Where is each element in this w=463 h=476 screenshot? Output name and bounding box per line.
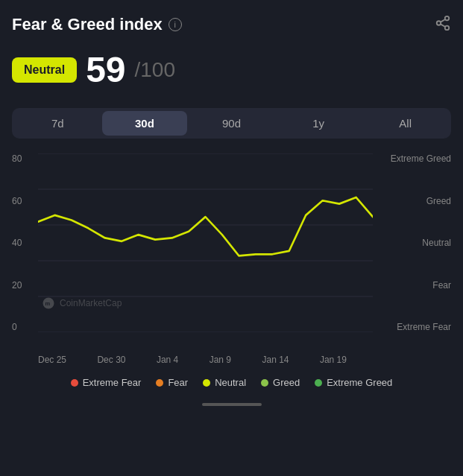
watermark-text: CoinMarketCap	[60, 298, 122, 308]
chart-legend: Extreme Fear Fear Neutral Greed Extreme …	[12, 377, 451, 388]
x-label-jan19: Jan 19	[320, 355, 347, 365]
y-axis-left: 80 60 40 20 0	[12, 153, 34, 347]
legend-label-greed: Greed	[273, 377, 300, 388]
legend-label-neutral: Neutral	[215, 377, 246, 388]
legend-dot-fear	[156, 379, 163, 387]
y-label-extreme-fear: Extreme Fear	[377, 322, 451, 332]
legend-fear: Fear	[156, 377, 188, 388]
tab-7d[interactable]: 7d	[15, 111, 101, 136]
y-label-extreme-greed: Extreme Greed	[377, 153, 451, 164]
header-left: Fear & Greed index i	[12, 15, 182, 34]
y-label-fear: Fear	[377, 280, 451, 291]
legend-label-extreme-greed: Extreme Greed	[327, 377, 392, 388]
info-icon[interactable]: i	[168, 18, 182, 31]
score-value: 59	[86, 49, 125, 90]
svg-line-4	[441, 19, 445, 22]
sentiment-badge: Neutral	[12, 57, 77, 83]
y-label-0: 0	[12, 322, 34, 332]
legend-extreme-greed: Extreme Greed	[315, 377, 392, 388]
legend-dot-extreme-greed	[315, 379, 322, 387]
x-label-dec30: Dec 30	[97, 355, 125, 365]
share-icon[interactable]	[435, 15, 451, 34]
legend-label-extreme-fear: Extreme Fear	[83, 377, 142, 388]
svg-text:m: m	[45, 300, 51, 307]
y-label-greed: Greed	[377, 196, 451, 206]
coinmarketcap-watermark: m CoinMarketCap	[42, 296, 122, 310]
scrollbar-area	[12, 403, 451, 406]
legend-dot-neutral	[203, 379, 210, 387]
chart-area: 80 60 40 20 0 Extreme Greed Greed Neutra…	[12, 153, 451, 347]
score-row: Neutral 59 /100	[12, 49, 451, 90]
y-label-20: 20	[12, 280, 34, 291]
svg-line-3	[441, 24, 445, 27]
legend-label-fear: Fear	[168, 377, 188, 388]
tab-30d[interactable]: 30d	[102, 111, 188, 136]
legend-extreme-fear: Extreme Fear	[71, 377, 142, 388]
x-label-dec25: Dec 25	[38, 355, 66, 365]
y-label-60: 60	[12, 196, 34, 206]
x-axis-labels: Dec 25 Dec 30 Jan 4 Jan 9 Jan 14 Jan 19	[12, 355, 373, 365]
x-label-jan9: Jan 9	[210, 355, 231, 365]
y-label-80: 80	[12, 153, 34, 164]
scrollbar-thumb[interactable]	[202, 403, 262, 406]
tab-90d[interactable]: 90d	[189, 111, 274, 136]
y-label-40: 40	[12, 238, 34, 248]
x-label-jan14: Jan 14	[262, 355, 289, 365]
time-period-tabs: 7d 30d 90d 1y All	[12, 108, 451, 139]
tab-1y[interactable]: 1y	[276, 111, 362, 136]
x-label-jan4: Jan 4	[157, 355, 178, 365]
legend-dot-extreme-fear	[71, 379, 78, 387]
legend-greed: Greed	[261, 377, 300, 388]
score-max: /100	[135, 58, 176, 82]
y-label-neutral: Neutral	[377, 238, 451, 248]
page-title: Fear & Greed index	[12, 15, 163, 34]
y-axis-right: Extreme Greed Greed Neutral Fear Extreme…	[377, 153, 451, 347]
page-header: Fear & Greed index i	[12, 15, 451, 34]
legend-neutral: Neutral	[203, 377, 246, 388]
tab-all[interactable]: All	[362, 111, 448, 136]
chart-container: 80 60 40 20 0 Extreme Greed Greed Neutra…	[12, 153, 451, 347]
legend-dot-greed	[261, 379, 268, 387]
